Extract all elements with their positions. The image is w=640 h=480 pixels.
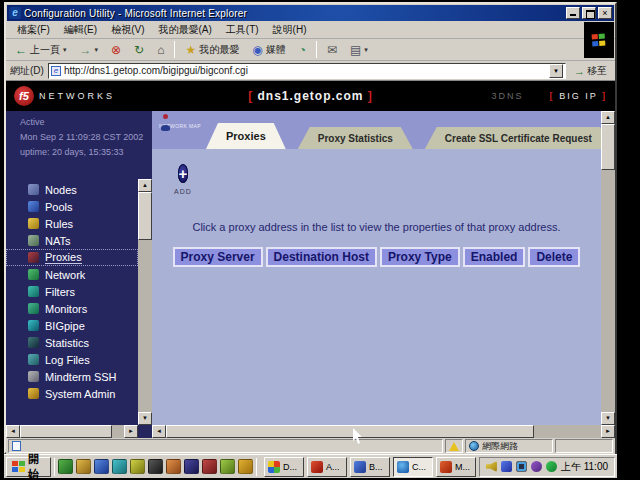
history-button[interactable]: ◔ — [294, 40, 311, 59]
favorites-button[interactable]: ★ 我的最愛 — [180, 40, 244, 59]
quicklaunch-icon[interactable] — [130, 459, 145, 474]
stop-button[interactable]: ⊗ — [106, 40, 126, 59]
task-button[interactable]: D... — [264, 457, 304, 477]
quicklaunch-icon[interactable] — [238, 459, 253, 474]
sidebar-item-nodes[interactable]: Nodes — [6, 181, 138, 198]
media-icon: ◉ — [252, 43, 262, 57]
frameset: Active Mon Sep 2 11:09:28 CST 2002 uptim… — [6, 111, 615, 438]
media-button[interactable]: ◉ 媒體 — [247, 40, 290, 59]
window-title: Configuration Utility - Microsoft Intern… — [24, 8, 566, 19]
scroll-left-icon[interactable]: ◄ — [6, 425, 20, 438]
quicklaunch-icon[interactable] — [76, 459, 91, 474]
network-map-button[interactable]: NETWORK MAP — [157, 114, 203, 132]
sidebar-item-proxies[interactable]: Proxies — [6, 249, 138, 266]
scrollbar-thumb[interactable] — [20, 425, 112, 438]
sidebar-item-network[interactable]: Network — [6, 266, 138, 283]
forward-icon: → — [80, 43, 92, 57]
scroll-up-icon[interactable]: ▲ — [601, 111, 615, 124]
sidebar-item-bigpipe[interactable]: BIGpipe — [6, 317, 138, 334]
maximize-button[interactable] — [582, 7, 596, 19]
tray-app-icon[interactable] — [531, 461, 542, 472]
quick-launch-bar — [58, 459, 253, 474]
close-button[interactable]: × — [598, 7, 612, 19]
pools-icon — [28, 201, 39, 212]
forward-button[interactable]: → ▾ — [75, 40, 104, 59]
minimize-button[interactable] — [566, 7, 580, 19]
scrollbar-thumb[interactable] — [166, 425, 534, 438]
menu-help[interactable]: 說明(H) — [266, 22, 314, 38]
mail-icon: ✉ — [327, 43, 337, 57]
start-button[interactable]: 開始 — [6, 457, 51, 477]
back-dropdown-icon[interactable]: ▾ — [63, 46, 67, 54]
scroll-left-icon[interactable]: ◄ — [152, 425, 166, 438]
mindterm-ssh-icon — [28, 371, 39, 382]
main-horizontal-scrollbar[interactable]: ◄ ► — [152, 425, 615, 438]
refresh-button[interactable]: ↻ — [129, 40, 149, 59]
task-button[interactable]: M... — [436, 457, 476, 477]
tab-proxies[interactable]: Proxies — [206, 123, 286, 149]
f5-header-band: f5 NETWORKS [ dns1.getop.com ] 3DNS [ BI… — [6, 81, 615, 111]
scrollbar-thumb[interactable] — [601, 124, 615, 170]
sidebar-item-log-files[interactable]: Log Files — [6, 351, 138, 368]
tab-create-ssl-certificate-request[interactable]: Create SSL Certificate Request — [425, 127, 612, 149]
sidebar-item-statistics[interactable]: Statistics — [6, 334, 138, 351]
quicklaunch-icon[interactable] — [220, 459, 235, 474]
log-files-icon — [28, 354, 39, 365]
menu-edit[interactable]: 編輯(E) — [57, 22, 104, 38]
scroll-right-icon[interactable]: ► — [601, 425, 615, 438]
scrollbar-thumb[interactable] — [138, 192, 152, 240]
scroll-down-icon[interactable]: ▼ — [601, 412, 615, 425]
menu-favorites[interactable]: 我的最愛(A) — [151, 22, 218, 38]
sidebar-vertical-scrollbar[interactable]: ▲ ▼ — [138, 179, 152, 425]
quicklaunch-icon[interactable] — [58, 459, 73, 474]
back-button[interactable]: ← 上一頁 ▾ — [10, 40, 72, 59]
sidebar-item-pools[interactable]: Pools — [6, 198, 138, 215]
sidebar-item-nats[interactable]: NATs — [6, 232, 138, 249]
task-button-active[interactable]: C... — [393, 457, 433, 477]
quicklaunch-icon[interactable] — [166, 459, 181, 474]
menu-tools[interactable]: 工具(T) — [219, 22, 266, 38]
quicklaunch-icon[interactable] — [94, 459, 109, 474]
menu-view[interactable]: 檢視(V) — [104, 22, 151, 38]
scroll-down-icon[interactable]: ▼ — [138, 412, 152, 425]
toolbar-separator — [174, 41, 175, 58]
scroll-up-icon[interactable]: ▲ — [138, 179, 152, 192]
quicklaunch-icon[interactable] — [148, 459, 163, 474]
messenger-icon[interactable] — [501, 461, 512, 472]
print-button[interactable]: ▤▾ — [345, 40, 373, 59]
sidebar: Active Mon Sep 2 11:09:28 CST 2002 uptim… — [6, 111, 152, 438]
scroll-right-icon[interactable]: ► — [124, 425, 138, 438]
app-icon — [268, 461, 280, 473]
volume-icon[interactable] — [486, 461, 497, 472]
app-icon — [354, 461, 366, 473]
task-button[interactable]: B... — [350, 457, 390, 477]
sidebar-item-mindterm-ssh[interactable]: Mindterm SSH — [6, 368, 138, 385]
quicklaunch-icon[interactable] — [202, 459, 217, 474]
quicklaunch-icon[interactable] — [112, 459, 127, 474]
quicklaunch-icon[interactable] — [184, 459, 199, 474]
address-input[interactable]: e http://dns1.getop.com/bigipgui/bigconf… — [48, 63, 566, 79]
sidebar-item-rules[interactable]: Rules — [6, 215, 138, 232]
ie-app-icon — [397, 461, 409, 473]
home-button[interactable]: ⌂ — [152, 40, 169, 59]
menu-file[interactable]: 檔案(F) — [10, 22, 57, 38]
sidebar-item-filters[interactable]: Filters — [6, 283, 138, 300]
title-bar[interactable]: e Configuration Utility - Microsoft Inte… — [7, 5, 614, 21]
add-proxy-button[interactable]: + — [178, 164, 189, 183]
sidebar-item-monitors[interactable]: Monitors — [6, 300, 138, 317]
task-button[interactable]: A... — [307, 457, 347, 477]
ie-logo-icon: e — [9, 7, 21, 19]
display-icon[interactable] — [516, 461, 527, 472]
tab-proxy-statistics[interactable]: Proxy Statistics — [298, 127, 413, 149]
address-dropdown-icon[interactable]: ▾ — [549, 64, 563, 78]
main-vertical-scrollbar[interactable]: ▲ ▼ — [601, 111, 615, 425]
page-icon: e — [51, 66, 61, 76]
app-icon — [440, 461, 452, 473]
tray-app-icon[interactable] — [546, 461, 557, 472]
address-url[interactable]: http://dns1.getop.com/bigipgui/bigconf.c… — [64, 65, 549, 76]
sidebar-horizontal-scrollbar[interactable]: ◄ ► — [6, 425, 138, 438]
sidebar-item-system-admin[interactable]: System Admin — [6, 385, 138, 402]
mail-button[interactable]: ✉ — [322, 40, 342, 59]
go-button[interactable]: → 移至 — [570, 64, 611, 78]
forward-dropdown-icon[interactable]: ▾ — [95, 46, 99, 54]
